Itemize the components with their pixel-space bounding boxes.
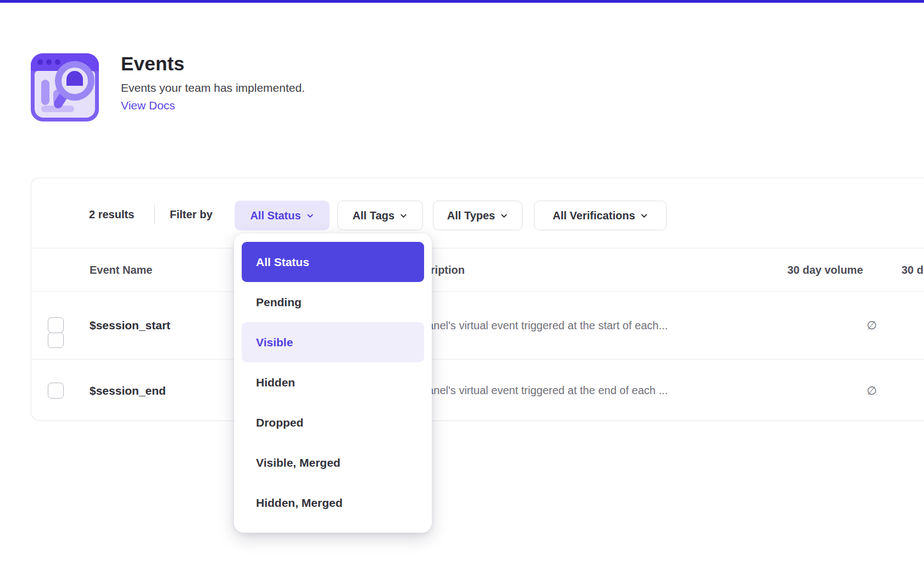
filter-by-label: Filter by xyxy=(170,208,213,221)
status-dropdown-menu: All Status Pending Visible Hidden Droppe… xyxy=(234,234,432,533)
event-description: Mixpanel's virtual event triggered at th… xyxy=(404,292,668,359)
dropdown-item-all-status[interactable]: All Status xyxy=(242,242,424,282)
dropdown-item-visible[interactable]: Visible xyxy=(242,322,424,362)
events-app-icon xyxy=(31,53,99,121)
column-30-day-truncated[interactable]: 30 d xyxy=(901,248,923,291)
filter-all-tags[interactable]: All Tags xyxy=(337,201,423,230)
chevron-down-icon xyxy=(399,212,408,220)
magnifier-icon xyxy=(51,57,98,114)
dropdown-item-visible-merged[interactable]: Visible, Merged xyxy=(242,443,424,483)
dropdown-item-hidden[interactable]: Hidden xyxy=(242,362,424,402)
dropdown-item-hidden-merged[interactable]: Hidden, Merged xyxy=(242,483,424,523)
event-volume: ∅ xyxy=(745,292,877,359)
filter-label: All Verifications xyxy=(553,209,635,222)
page-subtitle: Events your team has implemented. xyxy=(121,81,305,95)
progress-bar xyxy=(0,0,924,3)
event-name[interactable]: $session_end xyxy=(90,360,166,422)
table-row[interactable]: $session_start Mixpanel's virtual event … xyxy=(31,291,924,359)
toolbar-divider xyxy=(154,204,155,224)
results-count: 2 results xyxy=(89,208,134,221)
table-header: Event Name Description 30 day volume 30 … xyxy=(31,248,924,291)
filter-all-status[interactable]: All Status xyxy=(235,201,330,230)
filter-label: All Status xyxy=(250,209,300,222)
column-30-day-volume[interactable]: 30 day volume xyxy=(691,248,863,291)
dropdown-item-dropped[interactable]: Dropped xyxy=(242,402,424,443)
table-row[interactable]: $session_end Mixpanel's virtual event tr… xyxy=(31,359,924,422)
event-name[interactable]: $session_start xyxy=(90,292,170,359)
event-volume: ∅ xyxy=(745,360,877,422)
filter-all-types[interactable]: All Types xyxy=(433,201,522,230)
chevron-down-icon xyxy=(306,212,314,220)
filter-label: All Tags xyxy=(353,209,394,222)
page-title: Events xyxy=(121,53,305,75)
chevron-down-icon xyxy=(500,212,508,220)
events-page: Events Events your team has implemented.… xyxy=(0,0,924,575)
column-event-name[interactable]: Event Name xyxy=(90,248,153,291)
events-card: 2 results Filter by All Status All Tags … xyxy=(31,178,924,421)
chevron-down-icon xyxy=(640,212,648,220)
dropdown-item-pending[interactable]: Pending xyxy=(242,282,424,322)
row-checkbox[interactable] xyxy=(48,383,64,399)
row-checkbox[interactable] xyxy=(48,317,64,333)
event-description: Mixpanel's virtual event triggered at th… xyxy=(404,360,668,422)
view-docs-link[interactable]: View Docs xyxy=(121,99,175,112)
filter-label: All Types xyxy=(447,209,495,222)
filter-all-verifications[interactable]: All Verifications xyxy=(534,201,667,230)
